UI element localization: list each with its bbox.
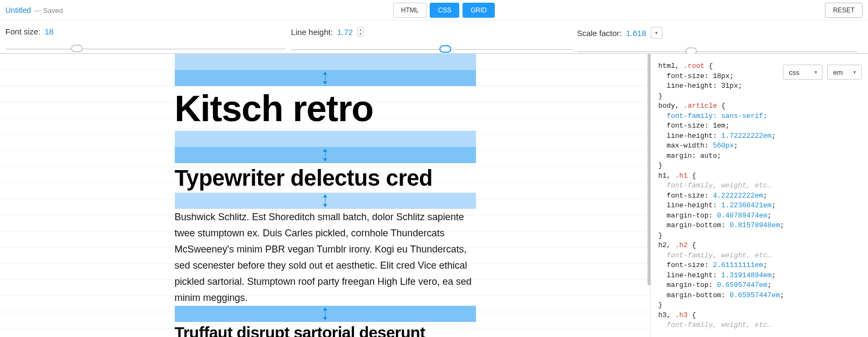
- scalefactor-value[interactable]: 1.618: [626, 29, 646, 38]
- scalefactor-group: Scale factor: 1.618 ▼: [577, 27, 863, 55]
- code-scrollbar-thumb[interactable]: [648, 54, 651, 285]
- fontsize-value[interactable]: 18: [45, 27, 54, 36]
- document-title-link[interactable]: Untitled: [5, 6, 31, 15]
- code-panel-selects: css▼ em▼: [783, 65, 862, 80]
- topbar: Untitled Saved HTML CSS GRID RESET: [0, 0, 868, 20]
- unit-select[interactable]: em▼: [827, 65, 862, 80]
- h1-margin-top-band[interactable]: [175, 54, 476, 70]
- lineheight-label: Line height:: [291, 27, 333, 37]
- format-select[interactable]: css▼: [783, 65, 823, 80]
- h1-margin-bottom-band-1[interactable]: [175, 131, 476, 147]
- lineheight-stepper[interactable]: ▲▼: [357, 27, 364, 37]
- fontsize-slider[interactable]: [5, 45, 291, 52]
- controls-row: Font size: 18 Line height: 1.72 ▲▼ Scale…: [0, 20, 868, 54]
- view-tabs: HTML CSS GRID: [63, 3, 825, 18]
- lineheight-value[interactable]: 1.72: [337, 27, 353, 37]
- reset-button[interactable]: RESET: [825, 3, 863, 18]
- h1-bottom-arrow-band[interactable]: [175, 147, 476, 163]
- h1-top-arrow-band[interactable]: [175, 70, 476, 86]
- scalefactor-label: Scale factor:: [577, 29, 622, 38]
- fontsize-group: Font size: 18: [5, 27, 291, 52]
- p-margin-bottom-band[interactable]: [175, 306, 476, 322]
- scalefactor-presets[interactable]: ▼: [651, 27, 663, 39]
- h2-margin-bottom-band[interactable]: [175, 193, 476, 209]
- preview-h1[interactable]: Kitsch retro: [175, 86, 476, 131]
- preview-paragraph[interactable]: Bushwick Schlitz. Est Shoreditch small b…: [175, 209, 476, 306]
- css-output[interactable]: html, .root { font-size: 18px; line-heig…: [651, 54, 868, 337]
- preview-h3[interactable]: Truffaut disrupt sartorial deserunt: [175, 322, 476, 337]
- lineheight-slider[interactable]: [291, 45, 577, 53]
- tab-html[interactable]: HTML: [393, 3, 427, 18]
- lineheight-group: Line height: 1.72 ▲▼: [291, 27, 577, 53]
- title-area: Untitled Saved: [5, 6, 63, 15]
- tab-grid[interactable]: GRID: [463, 3, 495, 18]
- tab-css[interactable]: CSS: [430, 3, 459, 18]
- fontsize-label: Font size:: [5, 27, 40, 36]
- save-status: Saved: [34, 6, 63, 15]
- preview-h2[interactable]: Typewriter delectus cred: [175, 163, 476, 193]
- preview-pane: Kitsch retro Typewriter delectus cred Bu…: [0, 54, 650, 337]
- preview-content: Kitsch retro Typewriter delectus cred Bu…: [175, 54, 476, 337]
- code-panel: css▼ em▼ html, .root { font-size: 18px; …: [650, 54, 868, 337]
- main-area: Kitsch retro Typewriter delectus cred Bu…: [0, 54, 868, 337]
